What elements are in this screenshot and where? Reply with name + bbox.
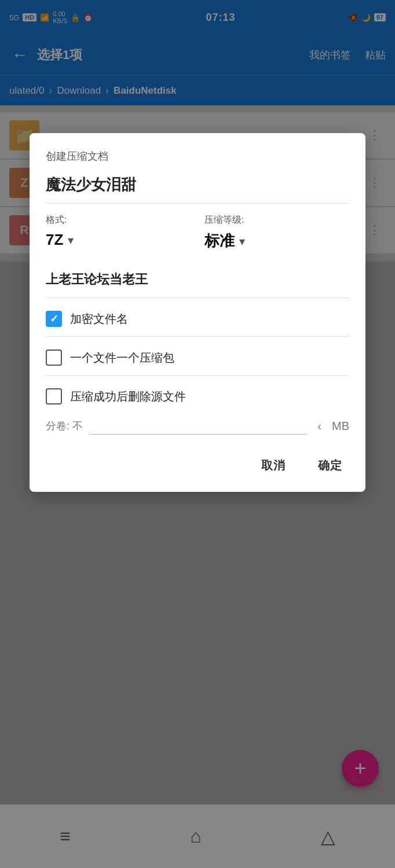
delete-source-label: 压缩成功后删除源文件 [70, 389, 186, 404]
one-file-one-zip-row: 一个文件一个压缩包 [46, 350, 349, 366]
dialog-actions: 取消 确定 [46, 453, 349, 478]
level-arrow-icon: ▾ [239, 234, 245, 248]
encrypt-filename-checkbox[interactable]: ✓ [46, 311, 62, 327]
check-icon: ✓ [50, 314, 58, 324]
level-col: 压缩等级: 标准 ▾ [204, 214, 349, 251]
one-file-one-zip-checkbox[interactable] [46, 350, 62, 366]
password-input[interactable]: 上老王论坛当老王 [46, 262, 349, 298]
split-unit: MB [332, 420, 349, 433]
level-value: 标准 [204, 231, 235, 251]
split-arrow-icon[interactable]: ‹ [313, 420, 326, 433]
format-value: 7Z [46, 231, 63, 249]
encrypt-filename-label: 加密文件名 [70, 311, 128, 327]
format-label: 格式: [46, 214, 191, 226]
format-col: 格式: 7Z ▾ [46, 214, 191, 249]
split-volume-row: 分卷: 不 ‹ MB [46, 417, 349, 435]
divider2 [46, 375, 349, 376]
encrypt-filename-row: ✓ 加密文件名 [46, 311, 349, 327]
level-select[interactable]: 标准 ▾ [204, 231, 349, 251]
format-level-row: 格式: 7Z ▾ 压缩等级: 标准 ▾ [46, 214, 349, 251]
delete-source-checkbox[interactable] [46, 388, 62, 404]
cancel-button[interactable]: 取消 [254, 453, 292, 478]
dialog-title: 创建压缩文档 [46, 149, 349, 163]
one-file-one-zip-label: 一个文件一个压缩包 [70, 350, 174, 366]
format-select[interactable]: 7Z ▾ [46, 231, 191, 249]
confirm-button[interactable]: 确定 [311, 453, 349, 478]
level-label: 压缩等级: [204, 214, 349, 226]
delete-source-row: 压缩成功后删除源文件 [46, 388, 349, 404]
split-label: 分卷: 不 [46, 419, 83, 433]
divider1 [46, 336, 349, 337]
split-input[interactable] [89, 417, 307, 435]
create-archive-dialog: 创建压缩文档 魔法少女泪甜 格式: 7Z ▾ 压缩等级: 标准 ▾ 上老王论坛当… [30, 133, 365, 492]
filename-input[interactable]: 魔法少女泪甜 [46, 175, 349, 204]
format-arrow-icon: ▾ [68, 233, 74, 247]
